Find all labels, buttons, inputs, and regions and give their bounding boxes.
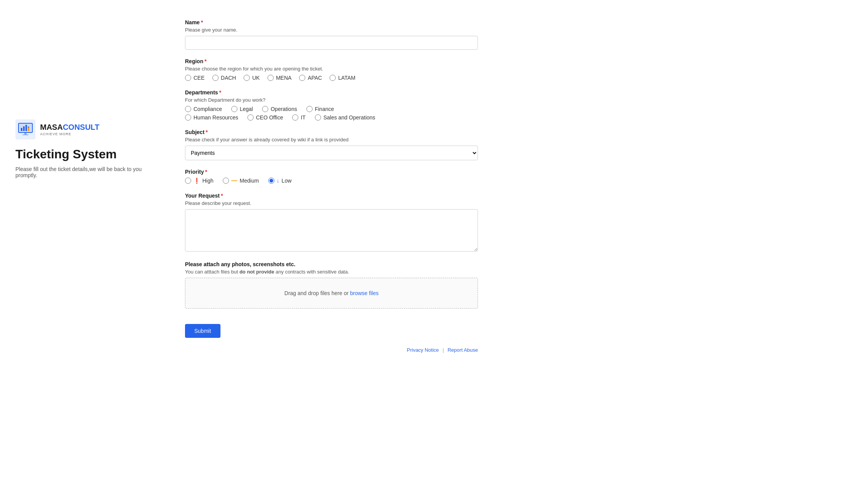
departments-hint: For which Department do you work? — [185, 97, 478, 103]
departments-section: Departments* For which Department do you… — [185, 89, 478, 121]
dept-option-operations[interactable]: Operations — [262, 106, 297, 112]
attachments-label: Please attach any photos, screenshots et… — [185, 261, 478, 267]
priority-option-medium[interactable]: — Medium — [223, 177, 259, 184]
departments-row-2: Human Resources CEO Office IT Sales and … — [185, 114, 478, 121]
dept-option-it[interactable]: IT — [292, 114, 305, 121]
region-option-latam[interactable]: LATAM — [330, 75, 355, 81]
priority-label: Priority* — [185, 169, 478, 175]
low-priority-label: Low — [282, 178, 292, 184]
logo-icon — [15, 119, 35, 139]
high-priority-icon: ❗ — [193, 178, 200, 184]
footer-links: Privacy Notice | Report Abuse — [185, 347, 478, 353]
your-request-textarea[interactable] — [185, 209, 478, 252]
medium-priority-label: Medium — [240, 178, 259, 184]
priority-group: ❗ High — Medium ↓ Low — [185, 177, 478, 184]
departments-row-1: Compliance Legal Operations Finance — [185, 106, 478, 112]
name-label: Name* — [185, 19, 478, 25]
subject-hint: Please check if your answer is already c… — [185, 137, 478, 143]
dept-option-finance[interactable]: Finance — [306, 106, 334, 112]
subject-select[interactable]: Payments General Technical HR Finance — [185, 146, 478, 160]
page-title: Ticketing System — [15, 147, 162, 161]
dept-option-compliance[interactable]: Compliance — [185, 106, 222, 112]
logo: MASACONSULT ACHIEVE MORE — [15, 119, 162, 139]
left-panel: MASACONSULT ACHIEVE MORE Ticketing Syste… — [15, 12, 162, 478]
region-option-uk[interactable]: UK — [244, 75, 259, 81]
dept-option-hr[interactable]: Human Resources — [185, 114, 238, 121]
logo-text: MASACONSULT ACHIEVE MORE — [40, 123, 99, 136]
dept-option-sales[interactable]: Sales and Operations — [315, 114, 375, 121]
subject-section: Subject* Please check if your answer is … — [185, 129, 478, 160]
region-label: Region* — [185, 58, 478, 64]
logo-masa: MASACONSULT — [40, 123, 99, 131]
right-panel: Name* Please give your name. Region* Ple… — [162, 12, 478, 478]
dept-option-legal[interactable]: Legal — [231, 106, 253, 112]
report-abuse-link[interactable]: Report Abuse — [447, 347, 478, 353]
low-priority-icon: ↓ — [277, 178, 279, 184]
priority-option-high[interactable]: ❗ High — [185, 178, 214, 184]
name-section: Name* Please give your name. — [185, 19, 478, 50]
privacy-notice-link[interactable]: Privacy Notice — [407, 347, 439, 353]
departments-label: Departments* — [185, 89, 478, 96]
browse-files-link[interactable]: browse files — [350, 290, 378, 296]
logo-tagline: ACHIEVE MORE — [40, 132, 99, 136]
svg-rect-7 — [24, 133, 27, 134]
svg-rect-8 — [22, 134, 29, 135]
attachments-hint: You can atttach files but do not provide… — [185, 269, 478, 275]
region-option-cee[interactable]: CEE — [185, 75, 205, 81]
region-hint: Please choose the region for which you a… — [185, 66, 478, 72]
subject-label: Subject* — [185, 129, 478, 135]
name-hint: Please give your name. — [185, 27, 478, 33]
priority-section: Priority* ❗ High — Medium ↓ Low — [185, 169, 478, 184]
region-option-apac[interactable]: APAC — [299, 75, 322, 81]
svg-rect-4 — [23, 126, 25, 131]
region-option-dach[interactable]: DACH — [212, 75, 236, 81]
your-request-section: Your Request* Please describe your reque… — [185, 193, 478, 253]
svg-rect-3 — [21, 128, 22, 131]
file-dropzone[interactable]: Drag and drop files here or browse files — [185, 278, 478, 309]
region-radio-group: CEE DACH UK MENA APAC — [185, 75, 478, 81]
region-option-mena[interactable]: MENA — [267, 75, 291, 81]
page-subtitle: Please fill out the ticket details,we wi… — [15, 166, 162, 178]
submit-button[interactable]: Submit — [185, 324, 220, 338]
medium-priority-icon: — — [231, 177, 237, 184]
your-request-label: Your Request* — [185, 193, 478, 199]
name-input[interactable] — [185, 36, 478, 50]
region-section: Region* Please choose the region for whi… — [185, 58, 478, 81]
dept-option-ceo[interactable]: CEO Office — [247, 114, 283, 121]
priority-option-low[interactable]: ↓ Low — [268, 178, 292, 184]
svg-rect-5 — [25, 125, 27, 131]
your-request-hint: Please describe your request. — [185, 200, 478, 206]
high-priority-label: High — [202, 178, 214, 184]
attachments-section: Please attach any photos, screenshots et… — [185, 261, 478, 309]
footer-separator: | — [442, 347, 444, 353]
